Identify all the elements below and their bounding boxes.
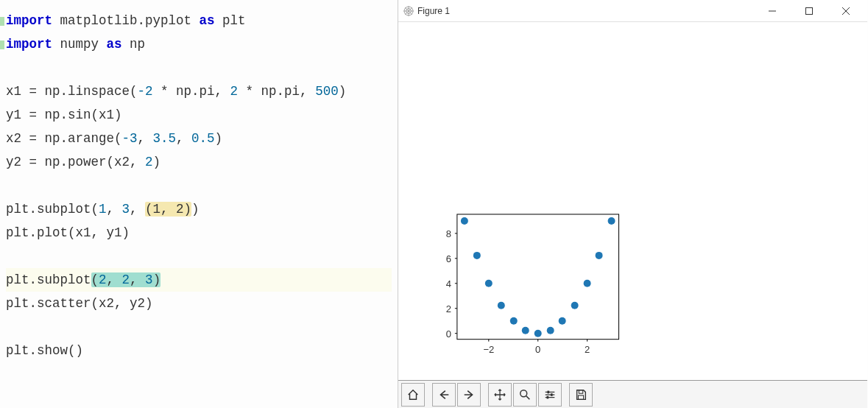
- svg-point-37: [596, 252, 603, 259]
- zoom-icon: [518, 388, 532, 401]
- forward-arrow-icon: [462, 388, 476, 401]
- code-line-12-current: plt.subplot(2, 2, 3): [6, 268, 392, 292]
- code-line-14: [6, 315, 392, 339]
- code-line-1: import matplotlib.pyplot as plt: [6, 9, 392, 32]
- scatter-points: [461, 217, 615, 337]
- code-line-4: x1 = np.linspace(-2 * np.pi, 2 * np.pi, …: [6, 80, 392, 103]
- scatter-plot: 0 2 4 6 8 −2 0 2: [398, 22, 867, 380]
- svg-point-28: [485, 280, 493, 287]
- save-icon: [574, 388, 588, 401]
- xticks: −2 0 2: [483, 340, 590, 355]
- svg-point-33: [547, 327, 554, 334]
- back-button[interactable]: [432, 383, 456, 407]
- kw-import: import: [6, 13, 52, 28]
- svg-point-35: [571, 302, 579, 309]
- svg-text:4: 4: [446, 278, 451, 289]
- svg-rect-7: [806, 7, 813, 14]
- svg-point-27: [473, 252, 481, 259]
- svg-text:2: 2: [585, 344, 590, 355]
- code-line-3: [6, 56, 392, 80]
- svg-text:0: 0: [535, 344, 540, 355]
- window-titlebar[interactable]: Figure 1: [398, 0, 867, 22]
- yticks: 0 2 4 6 8: [446, 228, 457, 340]
- code-editor[interactable]: import matplotlib.pyplot as plt import n…: [0, 0, 398, 408]
- code-line-6: x2 = np.arange(-3, 3.5, 0.5): [6, 127, 392, 150]
- plot-canvas[interactable]: 0 2 4 6 8 −2 0 2: [398, 22, 867, 380]
- svg-point-32: [534, 330, 542, 337]
- sliders-icon: [543, 388, 557, 401]
- code-line-8: [6, 174, 392, 197]
- pan-icon: [493, 388, 507, 401]
- matplotlib-icon: [403, 5, 414, 17]
- svg-text:6: 6: [446, 253, 451, 264]
- svg-rect-46: [547, 395, 549, 398]
- back-arrow-icon: [437, 388, 451, 401]
- matplotlib-figure-window: Figure 1 0 2 4 6 8 −2 0 2: [398, 0, 867, 408]
- svg-text:2: 2: [446, 303, 451, 314]
- code-line-5: y1 = np.sin(x1): [6, 103, 392, 127]
- svg-point-39: [521, 390, 527, 396]
- svg-point-31: [522, 327, 529, 334]
- svg-line-40: [526, 395, 530, 399]
- axes-frame: [457, 214, 619, 340]
- svg-point-29: [498, 302, 505, 309]
- forward-button[interactable]: [457, 383, 481, 407]
- svg-point-34: [559, 317, 566, 325]
- code-line-15: plt.show(): [6, 339, 392, 362]
- svg-rect-48: [578, 395, 583, 398]
- home-button[interactable]: [401, 383, 425, 407]
- svg-point-30: [510, 317, 518, 325]
- save-button[interactable]: [569, 383, 593, 407]
- minimize-button[interactable]: [755, 1, 789, 21]
- svg-point-36: [584, 280, 591, 287]
- pan-button[interactable]: [488, 383, 512, 407]
- maximize-button[interactable]: [792, 1, 826, 21]
- window-title: Figure 1: [417, 6, 450, 16]
- svg-rect-45: [551, 393, 553, 396]
- code-line-7: y2 = np.power(x2, 2): [6, 150, 392, 174]
- svg-text:0: 0: [446, 328, 451, 340]
- highlighted-args: (2, 2, 3): [91, 272, 161, 287]
- zoom-button[interactable]: [513, 383, 537, 407]
- svg-text:8: 8: [446, 228, 451, 239]
- code-line-9: plt.subplot(1, 3, (1, 2)): [6, 197, 392, 221]
- code-line-11: [6, 245, 392, 268]
- svg-point-38: [608, 217, 615, 225]
- code-line-10: plt.plot(x1, y1): [6, 221, 392, 245]
- configure-subplots-button[interactable]: [538, 383, 562, 407]
- svg-text:−2: −2: [483, 344, 494, 355]
- code-line-2: import numpy as np: [6, 32, 392, 56]
- matplotlib-toolbar: [398, 380, 867, 408]
- home-icon: [406, 388, 420, 401]
- svg-rect-44: [547, 390, 549, 393]
- highlighted-tuple: (1, 2): [145, 202, 191, 217]
- close-button[interactable]: [829, 1, 863, 21]
- svg-point-26: [461, 217, 468, 225]
- code-line-13: plt.scatter(x2, y2): [6, 292, 392, 315]
